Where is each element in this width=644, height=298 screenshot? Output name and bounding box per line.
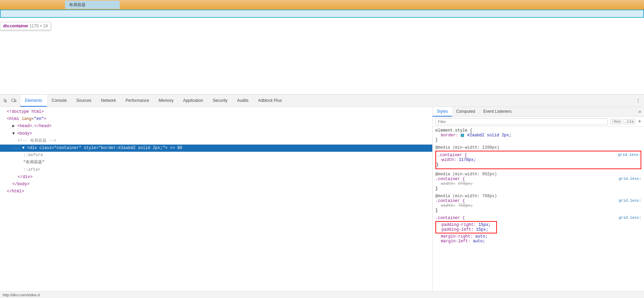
browser-chrome: 布局容器 [0, 0, 644, 10]
tab-performance[interactable]: Performance [121, 95, 154, 107]
status-bar: http://diro.com/index.d [0, 291, 644, 298]
style-property-width-1200[interactable]: width: 1170px; [436, 158, 641, 162]
filter-buttons: :hov .cls [610, 119, 635, 124]
media-992-close: } [435, 186, 641, 191]
add-style-button[interactable]: + [638, 119, 641, 124]
style-property-width-992[interactable]: width: 970px; [435, 181, 641, 186]
element-style-selector: element.style { [435, 128, 641, 133]
inspect-icon[interactable] [3, 98, 9, 104]
media-992-class-selector: grid.less: .container { [435, 177, 641, 181]
status-url: http://diro.com/index.d [3, 293, 40, 297]
dom-line-comment: <!-- 布局容器 --> [0, 137, 432, 145]
element-highlight [0, 10, 644, 18]
media-992-source[interactable]: grid.less: [619, 177, 641, 181]
styles-panel: Styles Computed Event Listeners » :hov .… [433, 107, 644, 291]
dom-line-doctype: <!doctype html> [0, 108, 432, 116]
media-768-selector: @media (min-width: 768px) [435, 194, 641, 199]
style-property-width-768[interactable]: width: 750px; [435, 203, 641, 208]
dom-line-closediv: </div> [0, 174, 432, 181]
tab-audits[interactable]: Audits [232, 95, 253, 107]
style-rule-media-992: @media (min-width: 992px) grid.less: .co… [435, 172, 641, 191]
devtools-content: <!doctype html> <html lang="en"> ▶ <head… [0, 107, 644, 291]
tab-elements[interactable]: Elements [20, 95, 47, 107]
dom-line-before: ::before [0, 152, 432, 159]
style-rule-media-768: @media (min-width: 768px) grid.less: .co… [435, 194, 641, 213]
media-1200-selector: @media (min-width: 1200px) [435, 145, 641, 150]
style-rule-container-base: grid.less: .container { padding-right: 1… [435, 216, 641, 244]
styles-tabs: Styles Computed Event Listeners » [433, 107, 644, 117]
tab-memory[interactable]: Memory [154, 95, 178, 107]
tab-security[interactable]: Security [208, 95, 232, 107]
tab-sources[interactable]: Sources [71, 95, 96, 107]
dom-line-closehtml: </html> [0, 188, 432, 195]
styles-tab-computed[interactable]: Computed [452, 107, 479, 117]
dom-line-text: "布局容器" [0, 159, 432, 166]
styles-more-icon[interactable]: » [636, 107, 644, 117]
settings-icon[interactable]: ⋮ [635, 98, 641, 104]
container-base-selector: grid.less: .container { [435, 216, 641, 220]
style-property-padding-right[interactable]: padding-right: 15px; [436, 222, 496, 227]
tab-console[interactable]: Console [47, 95, 71, 107]
devtools-tabs: Elements Console Sources Network Perform… [20, 95, 632, 107]
style-property-margin-right[interactable]: margin-right: auto; [435, 234, 641, 239]
media-1200-source[interactable]: grid.less: [618, 153, 641, 157]
dom-panel: <!doctype html> <html lang="en"> ▶ <head… [0, 107, 433, 291]
tab-adblock[interactable]: Adblock Plus [253, 95, 287, 107]
dom-line-html: <html lang="en"> [0, 116, 432, 123]
element-tooltip: div.container 1170 × 24 [0, 22, 51, 30]
browser-tab[interactable]: 布局容器 [65, 1, 120, 9]
dom-line-after: ::after [0, 166, 432, 174]
style-property-padding-left[interactable]: padding-left: 15px; [436, 227, 496, 232]
media-992-selector: @media (min-width: 992px) [435, 172, 641, 177]
media-768-close: } [435, 208, 641, 213]
media-1200-close: } [436, 162, 641, 167]
style-rule-media-1200: @media (min-width: 1200px) grid.less: .c… [435, 145, 641, 169]
responsive-icon[interactable] [11, 98, 17, 104]
media-768-source[interactable]: grid.less: [619, 199, 641, 203]
tab-application[interactable]: Application [178, 95, 208, 107]
dom-line-div[interactable]: ... ▼ <div class="container" style="bord… [0, 145, 432, 152]
container-base-source[interactable]: grid.less: [619, 216, 641, 220]
tab-label: 布局容器 [69, 2, 86, 8]
styles-tab-event-listeners[interactable]: Event Listeners [479, 107, 516, 117]
media-768-class-selector: grid.less: .container { [435, 199, 641, 203]
hov-filter-button[interactable]: :hov [610, 119, 622, 124]
page-viewport: div.container 1170 × 24 [0, 10, 644, 94]
dom-line-closebody: </body> [0, 181, 432, 188]
devtools-icon-bar [0, 95, 20, 107]
styles-filter-input[interactable] [435, 118, 608, 125]
tooltip-dims: 1170 × 24 [29, 24, 48, 28]
styles-filter-bar: :hov .cls + [433, 117, 644, 127]
styles-content: element.style { border: #2aabd2 solid 2p… [433, 127, 644, 291]
media-1200-class-selector: grid.less: .container { [436, 153, 641, 158]
dom-line-head: ▶ <head>…</head> [0, 123, 432, 130]
styles-tab-styles[interactable]: Styles [433, 107, 452, 117]
dom-line-body: ▼ <body> [0, 130, 432, 137]
style-property-border[interactable]: border: #2aabd2 solid 2px; [435, 133, 641, 138]
tooltip-tag: div.container [3, 24, 28, 28]
cls-filter-button[interactable]: .cls [623, 119, 635, 124]
devtools-right-icons: ⋮ [632, 95, 644, 107]
element-style-close: } [435, 138, 641, 143]
devtools-panel: Elements Console Sources Network Perform… [0, 94, 644, 298]
devtools-toolbar: Elements Console Sources Network Perform… [0, 95, 644, 107]
style-rule-element: element.style { border: #2aabd2 solid 2p… [435, 128, 641, 143]
tab-network[interactable]: Network [96, 95, 121, 107]
style-property-margin-left[interactable]: margin-left: auto; [435, 239, 641, 244]
